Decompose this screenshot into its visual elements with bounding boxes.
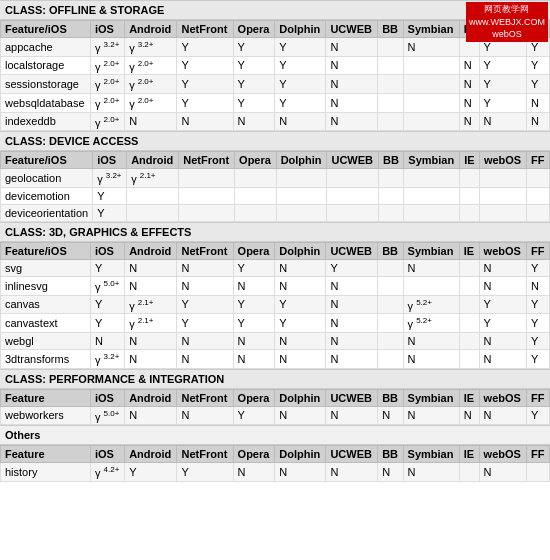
cell-value [127,204,179,221]
cell-value: Y [233,75,275,94]
cell-value: Y [526,314,549,333]
cell-value: Y [125,463,177,482]
cell-value: N [233,463,275,482]
cell-value: N [459,112,479,131]
cell-value: N [125,276,177,295]
table-row: webworkersγ 5.0+NNYNNNNNNY [1,406,550,425]
cell-value: N [326,112,378,131]
cell-value: γ 2.0+ [91,75,125,94]
col-header-dolphin: Dolphin [275,389,326,406]
col-header-featureios: Feature/iOS [1,242,91,259]
cell-value: Y [91,314,125,333]
col-header-ie: IE [459,389,479,406]
cell-value: Y [177,38,233,57]
cell-value: γ 2.0+ [91,56,125,75]
cell-value: N [275,332,326,349]
cell-value: Y [93,204,127,221]
cell-value [479,204,526,221]
cell-value: N [378,463,403,482]
cell-value [378,314,403,333]
cell-value: Y [526,349,549,368]
cell-value: Y [177,314,233,333]
cell-value: γ 5.2+ [403,314,459,333]
cell-value: Y [526,75,549,94]
cell-value [235,187,277,204]
cell-value [460,204,480,221]
feature-name: deviceorientation [1,204,93,221]
cell-value [403,56,459,75]
cell-value: Y [91,259,125,276]
col-header-ff: FF [526,242,549,259]
cell-value: N [479,406,526,425]
col-header-bb: BB [378,152,403,169]
cell-value: N [403,349,459,368]
cell-value [378,187,403,204]
cell-value: N [275,276,326,295]
cell-value: Y [275,38,326,57]
cell-value: N [403,332,459,349]
cell-value [403,93,459,112]
cell-value: N [177,349,233,368]
col-header-android: Android [125,242,177,259]
col-header-android: Android [125,446,177,463]
col-header-ios: iOS [91,446,125,463]
col-header-dolphin: Dolphin [275,21,326,38]
feature-name: sessionstorage [1,75,91,94]
cell-value: N [125,332,177,349]
cell-value: N [479,112,526,131]
cell-value [378,169,403,188]
table-row: geolocationγ 3.2+γ 2.1+ [1,169,550,188]
cell-value: Y [526,56,549,75]
cell-value: N [326,406,378,425]
table-row: deviceorientationY [1,204,550,221]
col-header-symbian: Symbian [403,446,459,463]
table-3d-graphics: Feature/iOSiOSAndroidNetFrontOperaDolphi… [0,242,550,369]
cell-value: N [479,259,526,276]
cell-value [378,259,403,276]
cell-value: Y [479,295,526,314]
cell-value: N [275,112,326,131]
cell-value: Y [275,295,326,314]
col-header-opera: Opera [235,152,277,169]
cell-value [179,187,235,204]
col-header-ff: FF [527,152,550,169]
table-header-row: Feature/iOSiOSAndroidNetFrontOperaDolphi… [1,242,550,259]
section-device-access: CLASS: DEVICE ACCESSFeature/iOSiOSAndroi… [0,131,550,222]
table-row: indexeddbγ 2.0+NNNNNNNN [1,112,550,131]
cell-value: N [526,276,549,295]
cell-value: γ 3.2+ [93,169,127,188]
cell-value [527,169,550,188]
cell-value: Y [526,332,549,349]
cell-value [276,204,327,221]
cell-value: N [233,276,275,295]
col-header-ucweb: UCWEB [327,152,378,169]
cell-value: γ 2.0+ [125,93,177,112]
cell-value [404,187,460,204]
cell-value: Y [526,259,549,276]
col-header-netfront: NetFront [177,389,233,406]
cell-value [179,204,235,221]
cell-value [327,204,378,221]
cell-value: Y [479,56,526,75]
table-row: localstorageγ 2.0+γ 2.0+YYYNNYY [1,56,550,75]
cell-value: Y [275,75,326,94]
cell-value [378,295,403,314]
cell-value: N [459,75,479,94]
cell-value [459,276,479,295]
cell-value [404,169,460,188]
col-header-symbian: Symbian [403,242,459,259]
watermark: 网页教学网 www.WEBJX.COM webOS [466,2,548,42]
table-row: svgYNNYNYNNY [1,259,550,276]
table-row: canvasYγ 2.1+YYYNγ 5.2+YY [1,295,550,314]
cell-value: Y [275,56,326,75]
cell-value: Y [479,75,526,94]
col-header-ios: iOS [91,21,125,38]
cell-value: Y [526,406,549,425]
cell-value: N [91,332,125,349]
cell-value: Y [177,463,233,482]
cell-value [276,187,327,204]
cell-value [460,169,480,188]
cell-value: N [275,463,326,482]
cell-value: N [275,406,326,425]
table-header-row: Feature/iOSiOSAndroidNetFrontOperaDolphi… [1,152,550,169]
